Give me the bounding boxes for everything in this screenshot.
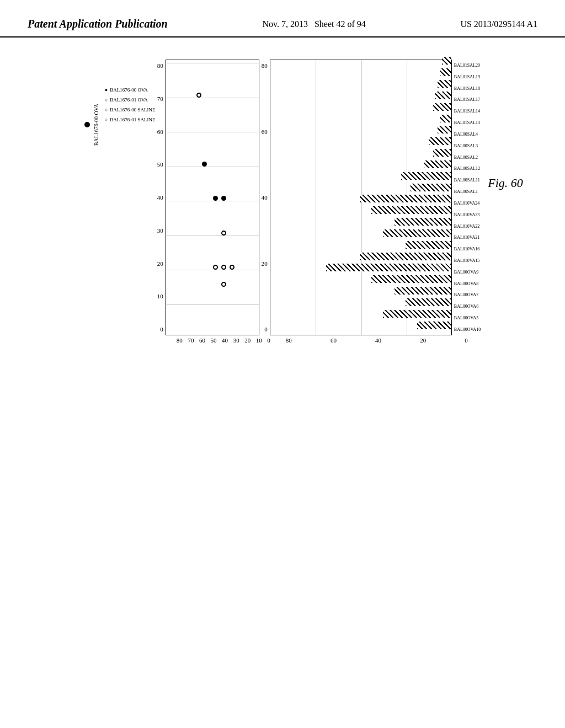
row-label-6: BAL010VA15 — [454, 258, 481, 263]
charts-row: 80 70 60 50 40 30 20 10 0 — [157, 60, 481, 335]
bar-row-3 — [395, 287, 451, 295]
bar-row-14 — [424, 160, 451, 168]
y-label-60: 60 — [157, 129, 163, 135]
bar-row-22 — [440, 68, 451, 76]
lx-20: 20 — [244, 337, 250, 344]
right-y-axis-left: 80 60 40 20 0 — [259, 60, 270, 335]
dot-3 — [221, 196, 226, 201]
y-label-10: 10 — [157, 293, 163, 299]
bar-row-18 — [440, 115, 451, 122]
lx-80: 80 — [177, 337, 183, 344]
left-chart — [166, 60, 259, 335]
dot-5 — [213, 265, 218, 270]
y-label-70: 70 — [157, 95, 163, 102]
left-y-axis: 80 70 60 50 40 30 20 10 0 — [157, 60, 166, 335]
row-label-18: BAL01SAL13 — [454, 120, 481, 125]
y-label-20: 20 — [157, 260, 163, 267]
legend-text-2: BAL1676-01 OVA — [110, 97, 148, 103]
bar-row-1 — [383, 310, 451, 318]
row-label-23: BAL01SAL20 — [454, 63, 481, 68]
lx-10: 10 — [256, 337, 262, 344]
legend-text-4: BAL1676-01 SALINE — [110, 117, 155, 122]
dot-2 — [213, 196, 218, 201]
rx-0: 0 — [465, 337, 468, 344]
lx-50: 50 — [211, 337, 217, 344]
lx-60: 60 — [199, 337, 205, 344]
legend-text-1: BAL1676-00 OVA — [110, 87, 148, 93]
bar-row-17 — [438, 126, 451, 133]
row-label-14: BAL00SAL12 — [454, 166, 481, 171]
row-label-7: BAL010VA16 — [454, 247, 481, 251]
legend-row-3: ○ BAL1676-00 SALINE — [105, 107, 154, 113]
bar-row-12 — [411, 184, 451, 191]
bullet-3: ○ — [105, 107, 108, 113]
bar-row-13 — [401, 172, 451, 180]
row-label-1: BAL00OVA5 — [454, 315, 481, 320]
legend-text-3: BAL1676-00 SALINE — [110, 107, 155, 113]
row-label-3: BAL00OVA7 — [454, 292, 481, 297]
x-axis-row: 80 70 60 50 40 30 20 10 0 80 60 40 20 0 — [157, 335, 481, 344]
row-label-22: BAL01SAL19 — [454, 74, 481, 79]
row-label-13: BAL00SAL11 — [454, 178, 481, 183]
row-label-5: BAL00OVA9 — [454, 270, 481, 275]
lx-40: 40 — [222, 337, 228, 344]
row-label-4: BAL00OVA8 — [454, 281, 481, 286]
rx-60: 60 — [331, 337, 337, 344]
ry-label-60: 60 — [262, 129, 268, 135]
bar-row-16 — [429, 137, 451, 145]
dot-9 — [221, 282, 226, 287]
main-content: BAL1676-00 OVA ● BAL1676-00 OVA ○ BAL167… — [0, 38, 565, 355]
bullet-1: ● — [105, 87, 108, 93]
lx-70: 70 — [188, 337, 194, 344]
row-label-16: BAL00SAL3 — [454, 143, 481, 148]
row-label-15: BAL00SAL2 — [454, 155, 481, 160]
ry-label-40: 40 — [262, 194, 268, 201]
legend: BAL1676-00 OVA — [84, 104, 99, 146]
legend-row-1: ● BAL1676-00 OVA — [105, 87, 154, 93]
charts-area: 80 70 60 50 40 30 20 10 0 — [157, 60, 481, 344]
row-label-12: BAL00SAL1 — [454, 189, 481, 194]
y-label-50: 50 — [157, 161, 163, 168]
bar-row-19 — [433, 103, 451, 111]
row-label-9: BAL010VA22 — [454, 224, 481, 229]
y-label-30: 30 — [157, 227, 163, 234]
row-label-10: BAL010VA23 — [454, 212, 481, 217]
rx-40: 40 — [375, 337, 381, 344]
bar-row-0 — [417, 322, 451, 329]
sheet-info: Sheet 42 of 94 — [315, 19, 366, 29]
bar-row-21 — [438, 80, 451, 88]
row-label-19: BAL01SAL14 — [454, 109, 481, 114]
left-x-axis: 80 70 60 50 40 30 20 10 0 — [177, 335, 270, 344]
row-label-0: BAL00OVA10 — [454, 327, 481, 332]
legend-item-1: BAL1676-00 OVA — [84, 104, 99, 146]
right-row-labels: BAL01SAL20 BAL01SAL19 BAL01SAL18 BAL01SA… — [454, 60, 481, 335]
row-label-20: BAL01SAL17 — [454, 97, 481, 102]
ry-label-80: 80 — [262, 62, 268, 69]
bar-row-8 — [383, 229, 451, 237]
bullet-2: ○ — [105, 97, 108, 103]
legend-row-2: ○ BAL1676-01 OVA — [105, 97, 154, 103]
bar-row-6 — [360, 253, 451, 260]
dot-6 — [221, 265, 226, 270]
dot-8 — [221, 231, 226, 235]
date: Nov. 7, 2013 — [262, 19, 308, 29]
bar-row-20 — [435, 92, 451, 99]
row-label-2: BAL00OVA6 — [454, 304, 481, 309]
dot-7 — [230, 265, 234, 270]
bar-row-23 — [442, 57, 451, 65]
row-label-21: BAL01SAL18 — [454, 86, 481, 91]
bullet-4: ○ — [105, 117, 108, 122]
y-label-40: 40 — [157, 194, 163, 201]
bar-row-9 — [395, 218, 451, 226]
bar-row-10 — [371, 206, 451, 214]
y-label-0: 0 — [160, 326, 163, 333]
right-chart: Fig. 60 — [270, 60, 452, 335]
page-header: Patent Application Publication Nov. 7, 2… — [0, 0, 565, 38]
publication-title: Patent Application Publication — [28, 17, 168, 31]
dot-1 — [202, 162, 207, 167]
legend-dot-filled-1 — [84, 122, 90, 127]
figure-label: Fig. 60 — [488, 176, 523, 190]
ry-label-0: 0 — [264, 326, 268, 333]
date-sheet: Nov. 7, 2013 Sheet 42 of 94 — [262, 17, 365, 29]
dot-4 — [196, 93, 201, 98]
